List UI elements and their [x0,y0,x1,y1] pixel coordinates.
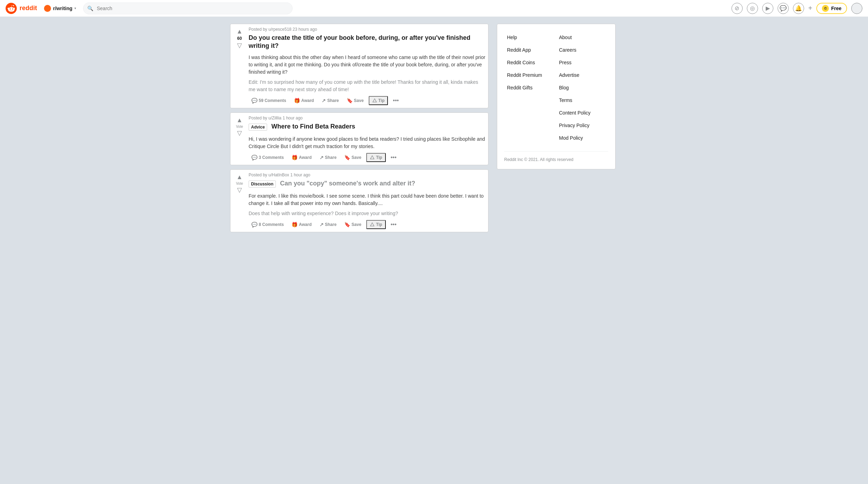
tip-button[interactable]: Tip [369,96,388,105]
coins-icon[interactable]: ◎ [747,3,758,14]
sidebar-item-careers[interactable]: Careers [556,44,608,56]
tip-triangle-icon [372,98,377,103]
sidebar-item-reddit-gifts[interactable]: Reddit Gifts [504,81,556,94]
share-button[interactable]: ↗ Share [317,220,339,229]
tip-label: Tip [376,155,382,160]
post-text-2: Edit: I'm so surprised how many of you c… [249,79,485,93]
save-icon: 🔖 [344,155,350,160]
upvote-button[interactable]: ▲ [236,174,243,180]
sidebar-item-reddit-coins[interactable]: Reddit Coins [504,56,556,69]
upvote-button[interactable]: ▲ [236,117,243,123]
subreddit-selector[interactable]: r/writing ▾ [41,3,79,13]
chat-icon[interactable]: 💬 [778,3,789,14]
table-row: ▲ Vote ▽ Posted by u/Zilllia 1 hour ago … [230,112,488,165]
free-button[interactable]: © Free [816,3,847,14]
award-label: Award [299,222,311,227]
save-button[interactable]: 🔖 Save [344,96,367,105]
post-meta: Posted by u/rpesce518 23 hours ago [249,27,485,32]
share-button[interactable]: ↗ Share [319,96,341,105]
vote-column: ▲ 60 ▽ [233,27,246,105]
save-button[interactable]: 🔖 Save [341,220,364,229]
tip-button[interactable]: Tip [366,153,386,162]
downvote-button[interactable]: ▽ [237,130,242,136]
more-options-button[interactable]: ••• [388,153,399,162]
tip-triangle-icon [370,155,375,160]
table-row: ▲ Vote ▽ Posted by u/HatInBox 1 hour ago… [230,169,488,232]
post-meta: Posted by u/Zilllia 1 hour ago [249,116,485,120]
save-icon: 🔖 [344,222,350,227]
header: reddit r/writing ▾ 🔍 ⊘ ◎ ▶ 💬 🔔 + © Free [0,0,868,17]
share-icon: ↗ [319,222,324,227]
svg-marker-1 [373,99,376,102]
post-actions: 💬 3 Comments 🎁 Award ↗ Share 🔖 Save [249,153,485,162]
share-label: Share [327,98,339,103]
comment-icon: 💬 [251,222,257,227]
save-label: Save [352,155,361,160]
right-sidebar: Help Reddit App Reddit Coins Reddit Prem… [497,24,616,232]
post-tag: Advice [249,124,267,131]
comment-icon: 💬 [251,155,257,160]
notification-icon[interactable]: 🔔 [793,3,804,14]
svg-marker-2 [370,156,374,159]
post-title[interactable]: Can you "copy" someone's work and alter … [280,180,415,187]
vote-label: Vote [236,125,243,129]
vote-label: Vote [236,182,243,185]
sidebar-item-press[interactable]: Press [556,56,608,69]
award-icon: 🎁 [292,155,297,160]
dropdown-menu-card: Help Reddit App Reddit Coins Reddit Prem… [497,24,616,169]
upvote-button[interactable]: ▲ [236,28,243,35]
save-button[interactable]: 🔖 Save [341,153,364,162]
post-text-1: Hi, I was wondering if anyone knew good … [249,135,485,150]
post-title[interactable]: Where to Find Beta Readers [271,123,355,130]
sidebar-item-terms[interactable]: Terms [556,94,608,107]
award-label: Award [299,155,311,160]
post-actions: 💬 59 Comments 🎁 Award ↗ Share 🔖 Save [249,96,485,105]
share-icon: ↗ [319,155,324,160]
report-icon[interactable]: ⊘ [731,3,743,14]
sidebar-item-about[interactable]: About [556,31,608,44]
video-icon[interactable]: ▶ [762,3,773,14]
downvote-button[interactable]: ▽ [237,42,242,49]
share-button[interactable]: ↗ Share [317,153,339,162]
sidebar-item-privacy-policy[interactable]: Privacy Policy [556,119,608,132]
sidebar-item-advertise[interactable]: Advertise [556,69,608,81]
vote-column: ▲ Vote ▽ [233,116,246,162]
search-bar[interactable]: 🔍 [83,2,293,14]
tip-label: Tip [378,98,385,103]
dropdown-col-right: About Careers Press Advertise Blog Terms… [556,31,608,144]
downvote-button[interactable]: ▽ [237,187,242,193]
more-options-button[interactable]: ••• [390,96,402,105]
award-icon: 🎁 [292,222,297,227]
tip-triangle-icon [370,222,375,227]
post-meta: Posted by u/HatInBox 1 hour ago [249,173,485,177]
sidebar-item-reddit-app[interactable]: Reddit App [504,44,556,56]
more-options-button[interactable]: ••• [388,220,399,229]
sidebar-item-help[interactable]: Help [504,31,556,44]
award-button[interactable]: 🎁 Award [289,153,314,162]
award-button[interactable]: 🎁 Award [289,220,314,229]
sidebar-item-reddit-premium[interactable]: Reddit Premium [504,69,556,81]
free-button-label: Free [831,6,841,11]
sidebar-item-blog[interactable]: Blog [556,81,608,94]
plus-icon[interactable]: + [808,4,812,12]
post-actions: 💬 8 Comments 🎁 Award ↗ Share 🔖 Save [249,220,485,229]
vote-column: ▲ Vote ▽ [233,173,246,229]
search-input[interactable] [83,2,293,14]
header-actions: ⊘ ◎ ▶ 💬 🔔 + © Free [731,3,862,14]
post-body: Posted by u/Zilllia 1 hour ago Advice Wh… [249,116,485,162]
search-icon: 🔍 [87,6,93,11]
tip-button[interactable]: Tip [366,220,386,229]
comments-button[interactable]: 💬 8 Comments [249,220,287,229]
table-row: ▲ 60 ▽ Posted by u/rpesce518 23 hours ag… [230,24,488,108]
sidebar-item-content-policy[interactable]: Content Policy [556,107,608,119]
avatar[interactable] [851,3,862,14]
logo-area[interactable]: reddit [6,3,37,14]
award-button[interactable]: 🎁 Award [291,96,317,105]
sidebar-item-mod-policy[interactable]: Mod Policy [556,132,608,144]
free-coin-icon: © [822,5,829,12]
post-title[interactable]: Do you create the title of your book bef… [249,34,485,50]
post-text-1: For example. I like this movie/book. I s… [249,192,485,207]
comments-button[interactable]: 💬 59 Comments [249,96,289,105]
post-body: Posted by u/HatInBox 1 hour ago Discussi… [249,173,485,229]
comments-button[interactable]: 💬 3 Comments [249,153,287,162]
